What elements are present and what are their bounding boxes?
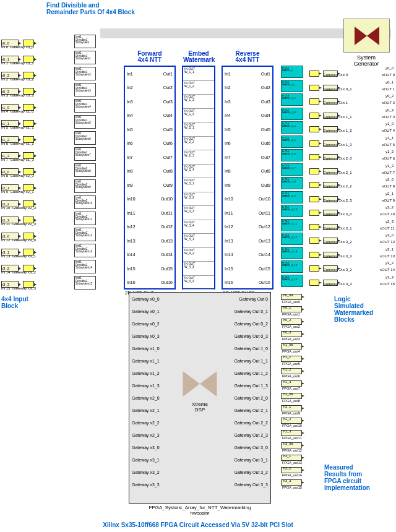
stage-port-row: In13Out13 <box>223 234 272 248</box>
subsystem-block: Inst1Divisible2Subsystem14 <box>74 260 96 273</box>
port-in-label: In8 <box>225 169 231 173</box>
output-row: Gateway Out 3_1 y2_3 sOUT 11 <box>309 220 394 234</box>
stage-port-row: In15Out15 <box>125 262 174 276</box>
input-row: x0_1IN 1 Gateway x0_1 <box>1 51 63 67</box>
input-row: x1_3IN 7 Gateway x1_3 <box>1 147 63 163</box>
input-labels: x2_3IN 11 Gateway x2_3 <box>1 218 36 226</box>
output-row: Gateway Out 2_2 y2_0 sOUT 8 <box>309 178 394 192</box>
fpga-port-row: Gateway x1_0Gateway Out 1_0 <box>129 342 270 354</box>
fpga-out-label: Gateway Out 3_0 <box>235 445 268 450</box>
subsystem-block: Inst1Divisible2Subsystem9 <box>74 179 96 193</box>
output-y-label: y2_0 <box>385 178 394 181</box>
subsystem-block: Inst1Divisible2Subsystem8 <box>74 163 96 177</box>
gateway-out-block <box>309 168 319 174</box>
port-out-label: Out4 <box>163 113 173 118</box>
output-gw-label: Gateway Out 2_3 <box>323 199 352 202</box>
logic-simulated-label: LogicSimulatedWatermarkedBlocks <box>334 296 384 323</box>
image-block: In OutIMAGE_1_8 <box>281 177 303 189</box>
watermark-cell: IN OUTW_3_2 <box>183 192 214 207</box>
hwcosim-fpga-label: FPGA_out9 <box>282 411 300 415</box>
inputs-column: x0_0IN 0 Gateway x0_0 x0_1IN 1 Gateway x… <box>1 35 63 292</box>
outputs-column: Gateway Out 0 y0_0 sOUT 0 Gateway Out 0_… <box>309 67 394 290</box>
fpga-port-row: Gateway x0_2Gateway Out 0_2 <box>129 317 270 330</box>
hwcosim-h-label: h3_0a <box>283 442 293 445</box>
output-row: Gateway Out 0 y0_0 sOUT 0 <box>309 67 394 81</box>
svg-marker-10 <box>183 371 200 397</box>
stage-port-row: In14Out14 <box>223 248 272 262</box>
hwcosim-h-label: h1_1 <box>283 355 291 359</box>
port-in-label: In8 <box>127 169 133 173</box>
watermark-cell: IN OUTW_2_4 <box>183 165 214 179</box>
fpga-out-label: Gateway Out 3_3 <box>235 483 268 487</box>
watermark-cell: IN OUTW_3_1 <box>183 178 214 192</box>
fpga-out-label: Gateway Out 2_3 <box>235 433 268 437</box>
gateway-out-block <box>309 265 319 272</box>
stage-port-row: In6Out6 <box>125 137 174 151</box>
port-out-label: Out6 <box>261 141 270 145</box>
image-block: In OutIMAGE_1_2 <box>281 93 303 106</box>
system-generator-label: SystemGenerator <box>348 54 385 67</box>
output-sout-label: sOUT 10 <box>380 212 395 216</box>
output-row: Gateway Out 2_1 y1_3 sOUT 7 <box>309 165 394 179</box>
port-in-label: In2 <box>127 85 133 90</box>
port-in-label: In15 <box>225 267 233 271</box>
port-in-label: In16 <box>127 280 136 285</box>
fpga-in-label: Gateway x3_0 <box>132 445 160 450</box>
hwcosim-h-label: h0_0a <box>283 293 293 297</box>
port-out-label: Out13 <box>161 239 173 243</box>
port-out-label: Out1 <box>163 72 173 76</box>
output-y-label: y2_1 <box>385 192 394 195</box>
output-y-label: y3_3 <box>385 275 394 279</box>
svg-marker-11 <box>200 371 217 397</box>
gateway-out-block <box>309 113 319 119</box>
hwcosim-fpga-label: FPGA_out5 <box>282 362 300 366</box>
stage-port-row: In4Out4 <box>223 109 272 123</box>
input-labels: x0_0IN 0 Gateway x0_0 <box>1 41 34 49</box>
subsystem-block: Inst1Divisible1Subsystem7 <box>74 147 96 161</box>
stage-port-row: In5Out5 <box>125 122 174 137</box>
port-out-label: Out2 <box>163 85 173 90</box>
stage-port-row: In15Out15 <box>223 262 272 276</box>
watermark-cell: IN OUTW_1_2 <box>183 81 214 95</box>
fpga-out-label: Gateway Out 1_2 <box>235 371 268 375</box>
output-row: Gateway Out 3_0 y2_2 sOUT 10 <box>309 206 394 220</box>
port-out-label: Out12 <box>259 225 270 229</box>
port-in-label: In1 <box>127 72 133 76</box>
image-block: In OutIMAGE_1 <box>281 66 303 78</box>
svg-marker-8 <box>355 27 367 45</box>
image-block: In OutIMAGE_1_1 <box>281 80 303 92</box>
fpga-in-label: Gateway x2_1 <box>132 408 160 413</box>
port-out-label: Out15 <box>161 267 173 271</box>
stage-port-row: In3Out3 <box>125 95 174 109</box>
hwcosim-h-label: h3_2 <box>283 466 291 470</box>
fpga-out-label: Gateway Out 2_2 <box>235 421 268 425</box>
output-gw-label: Gateway Out 1_1 <box>323 115 352 119</box>
output-gw-label: Gateway Out 3_2 <box>323 240 352 244</box>
stage-port-row: In10Out10 <box>125 192 174 207</box>
output-gw-label: Gateway Out 2_1 <box>323 171 352 174</box>
subsystem-block: Inst1Divisible1Subsystem <box>74 35 96 48</box>
fpga-in-label: Gateway x0_2 <box>132 322 160 326</box>
fpga-out-label: Gateway Out 1_3 <box>235 384 268 388</box>
stage-port-row: In11Out11 <box>223 206 272 220</box>
image-block: In OutIMAGE_1_4 <box>281 121 303 134</box>
gateway-out-block <box>309 182 319 188</box>
input-row: x2_2IN 10 Gateway x2_2 <box>1 195 63 212</box>
watermark-cell: IN OUTW_2_1 <box>183 122 214 137</box>
input-labels: x3_1IN 13 Gateway x3_1 <box>1 251 36 258</box>
port-out-label: Out13 <box>259 239 270 243</box>
watermark-cell: IN OUTW_4_4 <box>183 276 214 290</box>
subsystems-column: Inst1Divisible1SubsystemInst1Divisible1S… <box>74 35 99 292</box>
port-in-label: In5 <box>225 127 231 132</box>
output-row: Gateway Out 3_2 y3_0 sOUT 12 <box>309 234 394 248</box>
output-sout-label: sOUT 14 <box>380 268 395 272</box>
output-row: Gateway Out 1_1 y0_3 sOUT 3 <box>309 109 394 123</box>
fpga-in-label: Gateway x0_3 <box>132 334 160 338</box>
port-in-label: In7 <box>225 155 231 160</box>
port-out-label: Out7 <box>261 155 270 160</box>
output-y-label: y1_3 <box>385 164 394 168</box>
input-labels: x0_3IN 3 Gateway x0_3 <box>1 90 34 97</box>
port-in-label: In1 <box>225 72 231 76</box>
fpga-out-label: Gateway Out 0 <box>239 297 268 301</box>
hwcosim-fpga-label: FPGA_out14 <box>282 473 302 477</box>
